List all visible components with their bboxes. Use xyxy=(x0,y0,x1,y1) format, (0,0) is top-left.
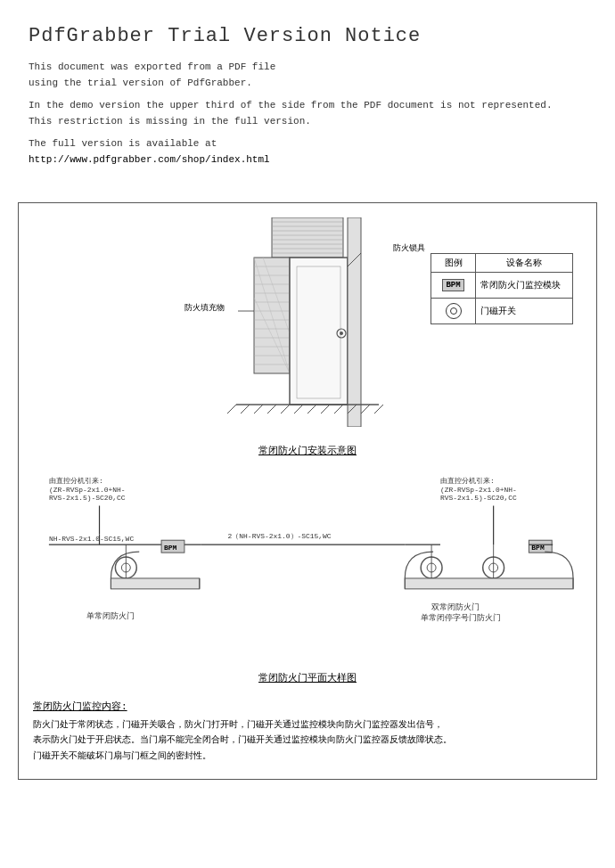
legend-name-bpm: 常闭防火门监控模块 xyxy=(476,276,572,294)
notice-body: This document was exported from a PDF fi… xyxy=(29,60,586,168)
notice-line-3: The full version is available athttp://w… xyxy=(29,136,586,168)
svg-text:双常闭防火门: 双常闭防火门 xyxy=(431,602,480,611)
svg-line-31 xyxy=(227,405,236,414)
svg-line-39 xyxy=(334,405,343,414)
svg-line-38 xyxy=(321,405,330,414)
svg-text:由直控分机引来:: 由直控分机引来: xyxy=(49,476,103,484)
notes-body: 防火门处于常闭状态，门磁开关吸合，防火门打开时，门磁开关通过监控模块向防火门监控… xyxy=(33,718,582,765)
plan-diagram-caption: 常闭防火门平面大样图 xyxy=(33,671,582,684)
svg-line-33 xyxy=(254,405,263,414)
svg-text:(ZR-RVSp-2x1.0+NH-: (ZR-RVSp-2x1.0+NH- xyxy=(440,485,517,493)
svg-line-36 xyxy=(294,405,303,414)
svg-line-34 xyxy=(267,405,276,414)
svg-line-42 xyxy=(374,405,383,414)
bpm-icon: BPM xyxy=(442,279,463,291)
notes-title: 常闭防火门监控内容: xyxy=(33,699,582,715)
door-sensor-icon xyxy=(446,303,462,319)
svg-text:RVS-2x1.5)-SC20,CC: RVS-2x1.5)-SC20,CC xyxy=(440,494,517,502)
notice-title: PdfGrabber Trial Version Notice xyxy=(29,25,586,47)
svg-line-32 xyxy=(241,405,250,414)
note-line-3: 门磁开关不能破坏门扇与门框之间的密封性。 xyxy=(33,749,582,765)
svg-text:NH-RVS-2x1.0-SC15,WC: NH-RVS-2x1.0-SC15,WC xyxy=(49,535,135,543)
svg-text:单常闭防火门: 单常闭防火门 xyxy=(86,610,135,620)
legend-icon-bpm: BPM xyxy=(431,273,476,298)
notice-section: PdfGrabber Trial Version Notice This doc… xyxy=(0,0,615,193)
svg-rect-0 xyxy=(272,217,343,258)
legend-header: 图例 设备名称 xyxy=(431,254,572,273)
svg-rect-25 xyxy=(290,258,348,405)
legend-col1-header: 图例 xyxy=(431,254,476,272)
fire-fill-label: 防火填充物 xyxy=(184,302,225,314)
legend-icon-sensor xyxy=(431,299,476,323)
fire-lock-label: 防火锁具 xyxy=(393,242,425,254)
svg-text:2（NH-RVS-2x1.0）-SC15,WC: 2（NH-RVS-2x1.0）-SC15,WC xyxy=(228,532,332,540)
svg-text:(ZR-RVSp-2x1.0+NH-: (ZR-RVSp-2x1.0+NH- xyxy=(49,485,126,493)
plan-view: 由直控分机引来: (ZR-RVSp-2x1.0+NH- RVS-2x1.5)-S… xyxy=(33,471,582,667)
svg-line-35 xyxy=(281,405,290,414)
legend-row-bpm: BPM 常闭防火门监控模块 xyxy=(431,273,572,299)
svg-point-28 xyxy=(340,332,343,335)
notice-line-2: In the demo version the upper third of t… xyxy=(29,98,586,129)
note-line-2: 表示防火门处于开启状态。当门扇不能完全闭合时，门磁开关通过监控模块向防火门监控器… xyxy=(33,733,582,749)
legend-row-sensor: 门磁开关 xyxy=(431,299,572,323)
legend-name-sensor: 门磁开关 xyxy=(476,302,572,320)
notice-line-1: This document was exported from a PDF fi… xyxy=(29,60,586,91)
svg-line-41 xyxy=(361,405,370,414)
notes-section: 常闭防火门监控内容: 防火门处于常闭状态，门磁开关吸合，防火门打开时，门磁开关通… xyxy=(33,699,582,765)
svg-rect-29 xyxy=(348,217,361,427)
legend-box: 图例 设备名称 BPM 常闭防火门监控模块 门磁开关 xyxy=(430,253,573,324)
pdfgrabber-link[interactable]: http://www.pdfgrabber.com/shop/index.htm… xyxy=(29,154,270,165)
plan-view-svg: 由直控分机引来: (ZR-RVSp-2x1.0+NH- RVS-2x1.5)-S… xyxy=(33,471,582,667)
top-diagram-caption: 常闭防火门安装示意图 xyxy=(33,444,582,457)
top-diagram: 防火填充物 防火锁具 图例 设备名称 BPM xyxy=(33,217,582,440)
note-line-1: 防火门处于常闭状态，门磁开关吸合，防火门打开时，门磁开关通过监控模块向防火门监控… xyxy=(33,718,582,733)
legend-col2-header: 设备名称 xyxy=(476,254,572,272)
fire-door-assembly: 防火填充物 防火锁具 xyxy=(183,217,432,427)
door-sensor-inner xyxy=(450,307,457,315)
page-wrapper: PdfGrabber Trial Version Notice This doc… xyxy=(0,0,615,868)
svg-text:RVS-2x1.5)-SC20,CC: RVS-2x1.5)-SC20,CC xyxy=(49,494,126,502)
svg-text:由直控分机引来:: 由直控分机引来: xyxy=(440,476,495,484)
svg-text:BPM: BPM xyxy=(164,544,177,552)
svg-line-37 xyxy=(308,405,316,414)
diagram-section: 防火填充物 防火锁具 图例 设备名称 BPM xyxy=(18,202,597,781)
svg-rect-74 xyxy=(405,577,573,588)
svg-text:单常闭停字号门防火门: 单常闭停字号门防火门 xyxy=(421,612,501,622)
svg-rect-56 xyxy=(111,577,199,588)
